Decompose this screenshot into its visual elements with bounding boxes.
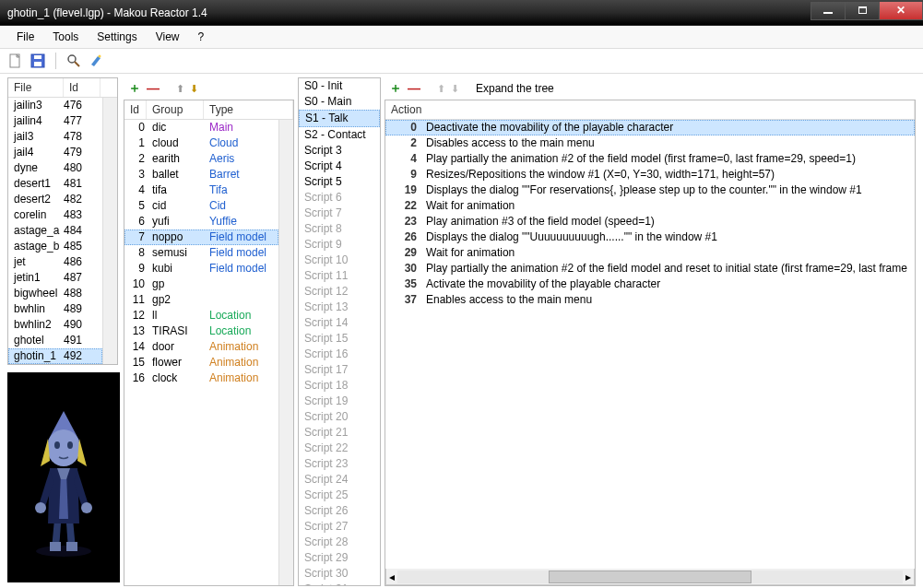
script-row[interactable]: Script 4 — [299, 159, 380, 174]
group-row[interactable]: 12llLocation — [124, 308, 278, 323]
group-row[interactable]: 7noppoField model — [124, 229, 278, 245]
script-row: Script 26 — [299, 503, 380, 519]
script-row: Script 24 — [299, 472, 380, 488]
group-row[interactable]: 10gp — [124, 276, 278, 292]
action-up-button[interactable]: ⬆ — [437, 83, 445, 95]
file-row[interactable]: desert2482 — [8, 192, 102, 207]
file-row[interactable]: jetin1487 — [8, 270, 102, 286]
group-row[interactable]: 3balletBarret — [124, 167, 278, 182]
script-row: Script 10 — [299, 253, 380, 268]
file-row[interactable]: bwhlin2490 — [8, 317, 102, 333]
group-row[interactable]: 14doorAnimation — [124, 339, 278, 355]
file-list-panel: File Id jailin3476jailin4477jail3478jail… — [7, 77, 118, 365]
file-row[interactable]: jail3478 — [8, 129, 102, 145]
script-row: Script 16 — [299, 347, 380, 362]
search-icon[interactable] — [65, 53, 82, 69]
group-row[interactable]: 4tifaTifa — [124, 182, 278, 198]
group-row[interactable]: 16clockAnimation — [124, 370, 278, 386]
action-row[interactable]: 4Play partially the animation #2 of the … — [385, 151, 915, 167]
group-row[interactable]: 2earithAeris — [124, 151, 278, 167]
action-list[interactable]: 0Deactivate the movability of the playab… — [385, 120, 915, 569]
action-row[interactable]: 9Resizes/Repositions the window #1 (X=0,… — [385, 167, 915, 182]
action-row[interactable]: 0Deactivate the movability of the playab… — [385, 120, 915, 135]
group-row[interactable]: 11gp2 — [124, 292, 278, 308]
group-row[interactable]: 8semusiField model — [124, 245, 278, 261]
add-action-button[interactable]: ＋ — [389, 80, 402, 97]
action-row[interactable]: 2Disables access to the main menu — [385, 135, 915, 151]
file-row[interactable]: astage_a484 — [8, 223, 102, 239]
add-group-button[interactable]: ＋ — [128, 80, 141, 97]
file-row[interactable]: jailin4477 — [8, 113, 102, 129]
action-row[interactable]: 19Displays the dialog ""For reservations… — [385, 182, 915, 198]
script-row: Script 15 — [299, 331, 380, 347]
script-row[interactable]: Script 3 — [299, 143, 380, 159]
group-row[interactable]: 1cloudCloud — [124, 135, 278, 151]
menu-help[interactable]: ? — [189, 28, 214, 46]
script-row[interactable]: S2 - Contact — [299, 127, 380, 143]
new-icon[interactable] — [7, 53, 24, 69]
script-row: Script 20 — [299, 409, 380, 425]
action-row[interactable]: 37Enables access to the main menu — [385, 292, 915, 308]
script-row: Script 9 — [299, 237, 380, 253]
file-row[interactable]: jailin3476 — [8, 98, 102, 113]
file-row[interactable]: ghotel491 — [8, 333, 102, 348]
expand-tree-button[interactable]: Expand the tree — [476, 82, 554, 95]
group-row[interactable]: 5cidCid — [124, 198, 278, 214]
action-row[interactable]: 26Displays the dialog ""Uuuuuuuuuugh....… — [385, 229, 915, 245]
svg-point-11 — [81, 502, 92, 513]
remove-action-button[interactable]: — — [408, 81, 420, 96]
svg-line-5 — [75, 62, 79, 66]
file-row[interactable]: dyne480 — [8, 160, 102, 176]
group-row[interactable]: 15flowerAnimation — [124, 355, 278, 370]
menu-file[interactable]: File — [7, 28, 43, 46]
remove-group-button[interactable]: — — [147, 81, 160, 96]
script-row[interactable]: S0 - Init — [299, 78, 380, 94]
scrollbar[interactable] — [102, 98, 117, 364]
group-row[interactable]: 13TIRASILocation — [124, 323, 278, 339]
file-row[interactable]: jet486 — [8, 254, 102, 270]
svg-point-6 — [99, 55, 101, 58]
scrollbar[interactable] — [278, 120, 293, 585]
group-header: Id Group Type — [124, 100, 293, 120]
script-row: Script 19 — [299, 394, 380, 409]
action-row[interactable]: 35Activate the movability of the playabl… — [385, 276, 915, 292]
script-list[interactable]: S0 - InitS0 - MainS1 - TalkS2 - ContactS… — [299, 78, 380, 585]
minimize-button[interactable] — [811, 2, 846, 20]
action-row[interactable]: 30Play partially the animation #2 of the… — [385, 261, 915, 276]
close-button[interactable]: ✕ — [879, 2, 923, 20]
script-row: Script 18 — [299, 378, 380, 394]
script-row[interactable]: S0 - Main — [299, 94, 380, 110]
menu-tools[interactable]: Tools — [43, 28, 88, 46]
script-row[interactable]: S1 - Talk — [299, 110, 380, 127]
save-icon[interactable] — [30, 53, 46, 69]
file-row[interactable]: jail4479 — [8, 145, 102, 160]
group-row[interactable]: 9kubiField model — [124, 261, 278, 276]
file-row[interactable]: bigwheel488 — [8, 286, 102, 301]
maximize-button[interactable] — [845, 2, 880, 20]
group-row[interactable]: 6yufiYuffie — [124, 214, 278, 229]
file-row[interactable]: ghotin_1492 — [8, 348, 102, 364]
action-down-button[interactable]: ⬇ — [451, 83, 459, 95]
action-row[interactable]: 22Wait for animation — [385, 198, 915, 214]
svg-rect-9 — [66, 542, 77, 551]
titlebar: ghotin_1 (flevel.lgp) - Makou Reactor 1.… — [0, 0, 923, 26]
file-row[interactable]: bwhlin489 — [8, 301, 102, 317]
h-scrollbar[interactable]: ◂▸ — [385, 569, 915, 585]
group-row[interactable]: 0dicMain — [124, 120, 278, 135]
svg-point-7 — [36, 546, 91, 557]
menu-settings[interactable]: Settings — [88, 28, 146, 46]
file-row[interactable]: astage_b485 — [8, 239, 102, 254]
file-header: File Id — [8, 78, 117, 98]
action-row[interactable]: 29Wait for animation — [385, 245, 915, 261]
menu-view[interactable]: View — [147, 28, 189, 46]
script-row[interactable]: Script 5 — [299, 174, 380, 190]
file-row[interactable]: corelin483 — [8, 207, 102, 223]
file-list[interactable]: jailin3476jailin4477jail3478jail4479dyne… — [8, 98, 102, 364]
action-row[interactable]: 23Play animation #3 of the field model (… — [385, 214, 915, 229]
group-list[interactable]: 0dicMain1cloudCloud2earithAeris3balletBa… — [124, 120, 278, 585]
group-up-button[interactable]: ⬆ — [176, 83, 184, 95]
file-row[interactable]: desert1481 — [8, 176, 102, 192]
wizard-icon[interactable] — [88, 53, 104, 69]
script-row: Script 13 — [299, 300, 380, 315]
group-down-button[interactable]: ⬇ — [190, 83, 198, 95]
